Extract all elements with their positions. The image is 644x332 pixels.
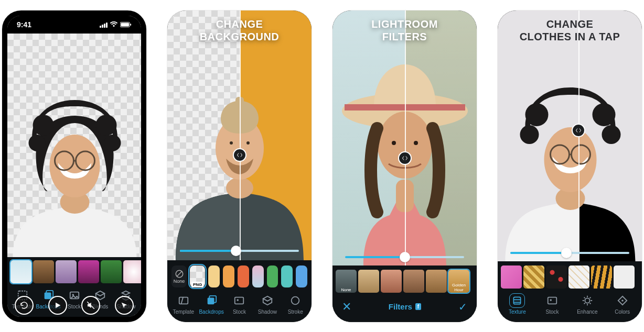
texture-thumb[interactable] [546,265,567,289]
handle-icon [237,152,243,158]
tab-enhance[interactable]: Enhance [574,294,601,315]
texture-thumb[interactable] [568,265,589,289]
texture-thumb[interactable] [523,265,544,289]
backdrop-thumb[interactable] [123,260,141,283]
texture-thumb[interactable] [501,265,522,289]
backdrop-panel: None PNG Template Backdrops Stock Shadow… [167,260,312,322]
close-button[interactable]: ✕ [342,300,351,314]
backdrop-thumbnails-row[interactable] [7,257,141,285]
cursor-button[interactable] [115,296,134,315]
svg-rect-26 [208,297,214,304]
comparison-handle[interactable] [233,148,246,162]
swatch-png[interactable]: PNG [190,265,205,287]
backdrop-thumb[interactable] [78,260,99,283]
svg-point-22 [246,141,250,145]
editor-canvas[interactable]: LIGHTROOM FILTERS [332,10,477,265]
filter-thumb[interactable] [381,270,402,293]
backdrop-thumb[interactable] [56,260,77,283]
phone-mockup-3: LIGHTROOM FILTERS [332,10,477,322]
refresh-button[interactable] [15,296,34,315]
color-swatch[interactable] [267,265,278,287]
filter-thumb[interactable] [403,270,424,293]
subject-person [7,84,141,257]
play-button[interactable] [48,296,67,315]
color-swatch[interactable] [208,265,220,287]
svg-point-45 [520,125,539,144]
backdrop-thumb[interactable] [33,260,54,283]
comparison-divider[interactable] [240,10,241,260]
svg-point-49 [550,299,552,301]
statusbar: 9:41 [7,16,141,34]
editor-canvas[interactable] [7,34,141,257]
filter-thumb[interactable] [426,270,447,293]
color-swatch[interactable] [281,265,293,287]
tab-template[interactable]: Template [170,294,197,315]
confirm-button[interactable]: ✓ [458,301,467,313]
phone-mockup-2: CHANGE BACKGROUND [167,10,312,322]
mute-button[interactable] [81,296,100,315]
info-badge[interactable]: f [415,303,421,310]
filter-thumb[interactable] [358,270,379,293]
comparison-handle[interactable] [572,124,585,137]
adjust-slider[interactable] [180,250,299,252]
filter-thumbnails-row[interactable]: None Golden Hour [332,265,477,295]
filter-thumb-active[interactable]: Golden Hour [448,270,469,293]
tab-backdrops[interactable]: Backdrops [198,294,225,315]
svg-point-29 [237,299,239,301]
color-swatch[interactable] [223,265,234,287]
editor-canvas[interactable]: CHANGE BACKGROUND [167,10,312,260]
svg-rect-47 [514,297,521,304]
adjust-slider[interactable] [510,252,629,254]
svg-rect-2 [130,24,131,26]
svg-point-50 [585,298,589,303]
battery-icon [120,21,132,28]
texture-thumb[interactable] [614,265,635,289]
backdrop-thumb[interactable] [10,260,31,283]
color-swatch[interactable] [296,265,307,287]
svg-point-43 [525,103,548,126]
tab-label: Stock [546,309,559,315]
svg-point-44 [592,103,615,126]
cube-icon [260,294,275,307]
svg-point-51 [621,300,624,302]
bottom-tabbar: Texture Stock Enhance Colors [498,291,642,322]
tab-texture[interactable]: Texture [503,294,531,315]
demo-overlay-controls [7,296,141,315]
texture-thumbnails-row[interactable] [498,261,642,291]
tab-shadow[interactable]: Shadow [254,294,281,315]
tab-stock[interactable]: Stock [226,294,253,315]
svg-point-21 [230,141,233,145]
svg-rect-48 [548,297,557,304]
tab-stock[interactable]: Stock [539,294,566,315]
comparison-handle[interactable] [398,151,412,165]
handle-icon [575,127,582,134]
filter-thumb-none[interactable]: None [336,270,357,293]
color-swatch[interactable] [238,265,249,287]
swatch-none[interactable]: None [171,265,187,287]
texture-thumb[interactable] [591,265,612,289]
enhance-icon [580,294,595,307]
tab-label: Colors [615,309,630,315]
tab-label: Stroke [288,309,303,315]
feature-headline: CHANGE CLOTHES IN A TAP [498,18,642,43]
tab-stroke[interactable]: Stroke [282,294,309,315]
panel-title: Filters f [389,302,421,311]
backdrop-thumb[interactable] [101,260,122,283]
backdrops-icon [204,294,219,307]
subject-person [498,62,642,261]
adjust-slider[interactable] [345,256,464,258]
color-swatch-row[interactable]: None PNG [167,260,312,291]
comparison-divider[interactable] [405,10,406,265]
tab-label: Shadow [258,309,277,315]
editor-canvas[interactable]: CHANGE CLOTHES IN A TAP [498,10,642,261]
tab-colors[interactable]: Colors [609,294,636,315]
feature-headline: CHANGE BACKGROUND [167,18,312,43]
svg-point-11 [104,135,121,151]
svg-point-35 [392,141,396,145]
statusbar-indicators [100,21,132,28]
svg-point-8 [33,115,53,136]
color-swatch[interactable] [252,265,264,287]
texture-icon [510,294,524,307]
filters-panel: None Golden Hour ✕ Filters f ✓ [332,265,477,322]
tab-label: Template [173,309,194,315]
